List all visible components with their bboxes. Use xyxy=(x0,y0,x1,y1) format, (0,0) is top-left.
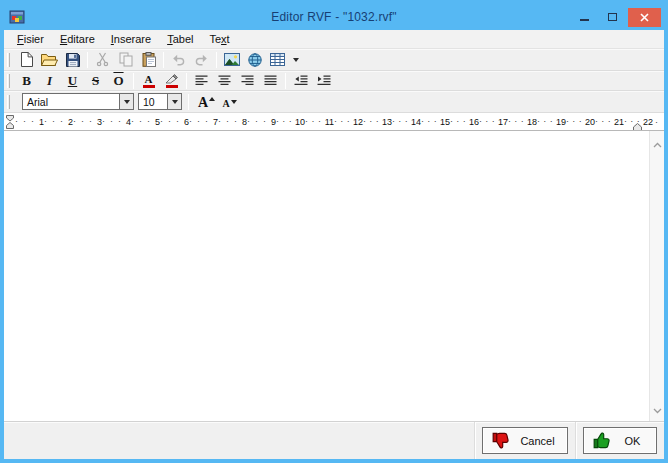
minimize-icon xyxy=(580,19,589,21)
menu-item-text[interactable]: Text xyxy=(201,31,237,47)
align-right-button[interactable] xyxy=(236,71,259,90)
document-editor[interactable] xyxy=(4,131,649,421)
toolbar-gripper xyxy=(7,95,10,109)
menu-item-editare[interactable]: Editare xyxy=(52,31,103,47)
new-document-button[interactable] xyxy=(15,50,38,69)
strikethrough-glyph: S xyxy=(92,74,99,87)
indent-icon xyxy=(317,75,331,86)
highlight-color-button[interactable] xyxy=(160,71,183,90)
right-indent-marker[interactable] xyxy=(633,117,642,131)
strikethrough-button[interactable]: S xyxy=(84,71,107,90)
ruler-unit: ···7 xyxy=(189,117,218,127)
toolbar-separator xyxy=(216,52,217,68)
align-center-icon xyxy=(218,75,231,86)
paste-icon xyxy=(142,52,156,67)
menu-item-fisier[interactable]: Fisier xyxy=(9,31,52,47)
font-size-dropdown-button[interactable] xyxy=(167,94,181,109)
close-icon xyxy=(640,8,649,26)
left-indent-marker[interactable] xyxy=(6,115,14,131)
undo-button[interactable] xyxy=(167,50,190,69)
decrease-indent-button[interactable] xyxy=(289,71,312,90)
ruler-unit: ···3 xyxy=(73,117,102,127)
cancel-button[interactable]: Cancel xyxy=(482,427,568,454)
insert-hyperlink-button[interactable] xyxy=(243,50,266,69)
bold-button[interactable]: B xyxy=(15,71,38,90)
paste-button[interactable] xyxy=(137,50,160,69)
ruler-unit: ···10 xyxy=(276,117,305,127)
ruler-unit: ···2 xyxy=(44,117,73,127)
italic-glyph: I xyxy=(47,74,52,87)
align-left-icon xyxy=(195,75,208,86)
italic-button[interactable]: I xyxy=(38,71,61,90)
ruler-unit: ···15 xyxy=(421,117,450,127)
outdent-icon xyxy=(294,75,308,86)
more-options-button[interactable] xyxy=(289,50,303,69)
font-size-combobox[interactable]: 10 xyxy=(138,93,182,110)
thumb-up-icon xyxy=(593,431,612,450)
shrink-font-icon: A xyxy=(222,94,236,109)
toolbar-separator xyxy=(87,52,88,68)
ruler-unit: ···14 xyxy=(392,117,421,127)
insert-image-button[interactable] xyxy=(220,50,243,69)
font-name-combobox[interactable]: Arial xyxy=(22,93,134,110)
overline-button[interactable]: O xyxy=(107,71,130,90)
ruler-unit: ···6 xyxy=(160,117,189,127)
ruler-unit: ···1 xyxy=(15,117,44,127)
shrink-font-button[interactable]: A xyxy=(218,92,241,111)
copy-button[interactable] xyxy=(114,50,137,69)
copy-icon xyxy=(119,52,133,67)
scroll-up-icon[interactable] xyxy=(653,134,662,152)
align-justify-button[interactable] xyxy=(259,71,282,90)
font-name-dropdown-button[interactable] xyxy=(119,94,133,109)
cut-icon xyxy=(96,52,109,67)
align-center-button[interactable] xyxy=(213,71,236,90)
font-color-icon: A xyxy=(143,74,155,88)
toolbar-gripper[interactable] xyxy=(7,74,10,88)
cut-button[interactable] xyxy=(91,50,114,69)
redo-button[interactable] xyxy=(190,50,213,69)
globe-icon xyxy=(248,53,262,67)
chevron-down-icon xyxy=(172,100,178,104)
insert-table-button[interactable] xyxy=(266,50,289,69)
app-icon xyxy=(9,8,27,26)
bold-glyph: B xyxy=(22,74,31,87)
ruler-unit: ···9 xyxy=(247,117,276,127)
menu-bar: FisierEditareInserareTabelText xyxy=(4,30,664,49)
ok-label: OK xyxy=(618,435,647,447)
cancel-panel: Cancel xyxy=(474,422,575,459)
editor-area xyxy=(4,131,664,421)
thumb-down-icon xyxy=(492,431,511,450)
increase-indent-button[interactable] xyxy=(312,71,335,90)
window-controls xyxy=(572,8,661,27)
ruler-unit: ···11 xyxy=(305,117,334,127)
underline-glyph: U xyxy=(68,74,77,87)
redo-icon xyxy=(194,53,209,66)
font-color-button[interactable]: A xyxy=(137,71,160,90)
save-file-button[interactable] xyxy=(61,50,84,69)
grow-font-button[interactable]: A xyxy=(195,92,218,111)
align-left-button[interactable] xyxy=(190,71,213,90)
toolbar-separator xyxy=(188,94,189,110)
toolbar-format: BIUSOA xyxy=(4,71,664,91)
menu-item-inserare[interactable]: Inserare xyxy=(103,31,159,47)
chevron-down-icon xyxy=(124,100,130,104)
ruler-unit: ···19 xyxy=(537,117,566,127)
toolbar-separator xyxy=(285,73,286,89)
vertical-scrollbar[interactable] xyxy=(649,131,664,421)
underline-button[interactable]: U xyxy=(61,71,84,90)
scroll-down-icon[interactable] xyxy=(653,400,662,418)
close-button[interactable] xyxy=(628,8,661,27)
ruler-unit: ···17 xyxy=(479,117,508,127)
ruler-unit: ···12 xyxy=(334,117,363,127)
toolbar-separator xyxy=(186,73,187,89)
ruler-unit: ···20 xyxy=(566,117,595,127)
minimize-button[interactable] xyxy=(572,8,597,27)
new-doc-icon xyxy=(20,52,33,67)
toolbar-gripper[interactable] xyxy=(7,53,10,67)
ok-button[interactable]: OK xyxy=(583,427,657,454)
open-file-button[interactable] xyxy=(38,50,61,69)
maximize-button[interactable] xyxy=(600,8,625,27)
overline-glyph: O xyxy=(113,74,123,87)
undo-icon xyxy=(171,53,186,66)
menu-item-tabel[interactable]: Tabel xyxy=(159,31,201,47)
